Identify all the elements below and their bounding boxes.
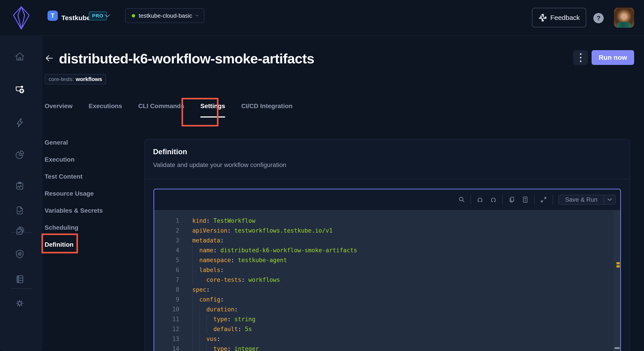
code-line[interactable]: 11 type: string	[154, 314, 620, 324]
card-divider	[145, 179, 630, 179]
code-line[interactable]: 3metadata:	[154, 236, 620, 245]
editor-copy-button[interactable]	[507, 195, 516, 204]
code-line[interactable]: 1kind: TestWorkflow	[154, 216, 620, 226]
yaml-editor: Save & Run 1kind: TestWorkflow 2apiVersi…	[154, 189, 621, 351]
definition-card-subtitle: Validate and update your workflow config…	[153, 161, 286, 169]
line-number: 5	[154, 257, 179, 264]
search-icon	[458, 196, 466, 204]
sidebar-item-test-health[interactable]	[14, 181, 25, 191]
sidebar-item-insights[interactable]	[14, 149, 25, 160]
editor-redo-button[interactable]	[489, 195, 498, 204]
sidebar-item-sources[interactable]	[14, 274, 25, 284]
top-header: T Testkube PRO testkube-cloud-basic Feed…	[0, 0, 644, 36]
environment-selector[interactable]: testkube-cloud-basic	[125, 8, 204, 23]
sidebar-item-executors[interactable]	[14, 249, 25, 259]
line-code: kind: TestWorkflow	[192, 217, 256, 224]
sidebar-item-settings[interactable]	[14, 298, 25, 309]
help-button[interactable]: ?	[593, 13, 604, 23]
line-number: 12	[154, 326, 179, 333]
toolbar-divider	[534, 195, 535, 204]
sidebar-item-home[interactable]	[14, 51, 25, 62]
org-name[interactable]: Testkube	[62, 0, 90, 36]
insights-pie-icon	[14, 149, 25, 160]
editor-fullscreen-button[interactable]	[539, 195, 548, 204]
environment-status-dot	[132, 14, 135, 17]
help-glyph: ?	[596, 14, 600, 22]
sidebar-item-tests[interactable]	[14, 205, 25, 216]
org-chevron-down-icon[interactable]	[104, 14, 110, 18]
diff-icon	[522, 196, 529, 204]
line-code: default: 5s	[192, 326, 252, 333]
tab-ci-cd-integration[interactable]: CI/CD Integration	[241, 100, 293, 117]
save-and-run-label: Save & Run	[559, 195, 604, 204]
editor-overview-ruler	[614, 210, 620, 351]
page-title: distributed-k6-workflow-smoke-artifacts	[59, 51, 314, 66]
settings-nav-variables-secrets[interactable]: Variables & Secrets	[44, 202, 103, 219]
code-line[interactable]: 12 default: 5s	[154, 324, 620, 334]
tab-executions[interactable]: Executions	[89, 100, 122, 117]
slack-icon	[538, 13, 547, 22]
copy-icon	[508, 196, 516, 204]
code-line[interactable]: 14 type: integer	[154, 344, 620, 351]
line-number: 6	[154, 267, 179, 273]
test-suites-documents-icon	[14, 226, 25, 236]
line-code: spec:	[192, 286, 210, 293]
code-line[interactable]: 10 duration:	[154, 305, 620, 314]
code-line[interactable]: 13 vus:	[154, 334, 620, 344]
editor-content[interactable]: 1kind: TestWorkflow 2apiVersion: testwor…	[154, 210, 620, 351]
environment-chevron-down-icon	[196, 14, 198, 17]
code-line[interactable]: 4 name: distributed-k6-workflow-smoke-ar…	[154, 245, 620, 255]
indent-guide	[200, 305, 200, 351]
line-code: name: distributed-k6-workflow-smoke-arti…	[192, 247, 357, 254]
chevron-down-icon	[607, 198, 612, 201]
save-and-run-dropdown[interactable]	[604, 195, 615, 204]
editor-diff-button[interactable]	[521, 195, 530, 204]
testkube-logo-icon[interactable]	[12, 6, 30, 30]
label-value: workflows	[76, 76, 102, 82]
definition-card-title: Definition	[153, 147, 187, 156]
editor-scrollbar-thumb[interactable]	[614, 347, 620, 349]
code-line[interactable]: 7 core-tests: workflows	[154, 275, 620, 285]
user-avatar[interactable]	[614, 7, 634, 28]
code-line[interactable]: 8spec:	[154, 285, 620, 295]
line-code: type: string	[192, 316, 256, 323]
expand-icon	[540, 196, 548, 204]
code-line[interactable]: 6 labels:	[154, 265, 620, 275]
settings-nav-general[interactable]: General	[44, 134, 103, 151]
plan-badge: PRO	[89, 11, 107, 20]
sidebar-item-triggers[interactable]	[14, 118, 25, 128]
code-line[interactable]: 9 config:	[154, 295, 620, 305]
tab-cli-commands[interactable]: CLI Commands	[138, 100, 184, 117]
feedback-button[interactable]: Feedback	[532, 8, 586, 27]
line-number: 11	[154, 316, 179, 323]
indent-guide	[192, 245, 193, 285]
triggers-lightning-icon	[14, 118, 25, 128]
line-number: 7	[154, 277, 179, 283]
line-number: 3	[154, 237, 179, 244]
settings-nav-execution[interactable]: Execution	[44, 151, 103, 168]
workflow-label-chip: core-tests: workflows	[44, 74, 106, 84]
back-button[interactable]	[45, 54, 54, 63]
org-avatar[interactable]: T	[48, 10, 58, 21]
editor-toolbar: Save & Run	[154, 189, 620, 210]
label-key: core-tests:	[48, 76, 74, 82]
indent-guide	[192, 295, 193, 351]
more-actions-button[interactable]	[573, 50, 588, 65]
code-line[interactable]: 5 namespace: testkube-agent	[154, 255, 620, 265]
editor-search-button[interactable]	[457, 195, 466, 204]
settings-nav-resource-usage[interactable]: Resource Usage	[44, 185, 103, 202]
line-number: 9	[154, 296, 179, 303]
line-code: namespace: testkube-agent	[192, 257, 287, 264]
code-line[interactable]: 2apiVersion: testworkflows.testkube.io/v…	[154, 226, 620, 236]
editor-undo-button[interactable]	[476, 195, 484, 204]
executors-shield-gear-icon	[14, 249, 25, 259]
settings-gear-icon	[14, 298, 25, 309]
tests-document-check-icon	[14, 205, 25, 216]
ruler-marker	[616, 265, 620, 268]
run-now-button[interactable]: Run now	[592, 50, 634, 65]
save-and-run-button[interactable]: Save & Run	[558, 195, 616, 205]
sidebar-item-test-suites[interactable]	[14, 226, 25, 236]
settings-nav-test-content[interactable]: Test Content	[44, 168, 103, 185]
tab-overview[interactable]: Overview	[44, 100, 72, 117]
sidebar-item-add-test-workflow[interactable]	[14, 84, 25, 95]
